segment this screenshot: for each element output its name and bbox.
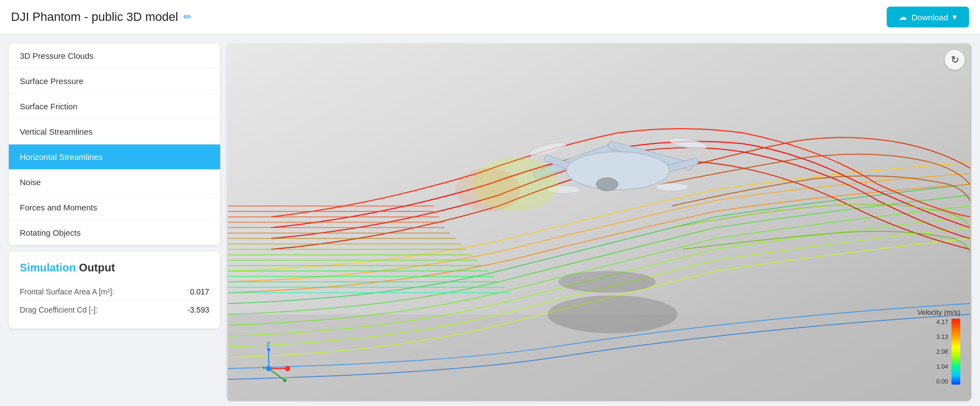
legend-value-2: 2.08 <box>937 348 948 355</box>
left-panel: 3D Pressure Clouds Surface Pressure Surf… <box>9 43 220 401</box>
frontal-area-value: 0.017 <box>190 287 209 296</box>
legend-title: Velocity (m/s) <box>917 308 960 316</box>
download-label: Download <box>911 13 948 22</box>
svg-point-22 <box>285 366 290 371</box>
legend-value-max: 4.17 <box>937 319 948 325</box>
svg-point-13 <box>558 271 656 292</box>
legend-value-3: 1.04 <box>937 363 948 370</box>
svg-text:Y: Y <box>262 365 266 371</box>
page-title: DJI Phantom - public 3D model ✏ <box>11 10 192 24</box>
viewer-panel[interactable]: Z Y ↻ Velocity (m/s) <box>227 43 971 401</box>
reset-icon: ↻ <box>951 54 959 66</box>
simulation-label: Simulation <box>20 262 76 274</box>
svg-point-16 <box>456 168 520 212</box>
svg-point-8 <box>596 178 618 191</box>
sidebar-item-vertical-streamlines[interactable]: Vertical Streamlines <box>9 119 220 144</box>
legend-color-bar <box>951 319 960 385</box>
header: DJI Phantom - public 3D model ✏ ☁ Downlo… <box>0 0 980 35</box>
sidebar-item-3d-pressure-clouds[interactable]: 3D Pressure Clouds <box>9 43 220 69</box>
color-legend: Velocity (m/s) 4.17 3.13 2.08 1.04 0.00 <box>917 308 960 385</box>
svg-point-21 <box>266 366 271 371</box>
legend-value-min: 0.00 <box>937 378 948 385</box>
sidebar-item-forces-and-moments[interactable]: Forces and Moments <box>9 195 220 220</box>
download-chevron-icon: ▾ <box>953 12 957 22</box>
simulation-output-card: Simulation Output Frontal Surface Area A… <box>9 252 220 329</box>
svg-point-14 <box>547 296 677 333</box>
drag-coefficient-label: Drag Coefficient Cd [-]: <box>20 305 98 314</box>
output-label: Output <box>79 262 115 274</box>
download-button[interactable]: ☁ Download ▾ <box>887 7 969 27</box>
svg-point-24 <box>283 379 287 382</box>
edit-icon[interactable]: ✏ <box>183 11 192 23</box>
sim-row-drag-coefficient: Drag Coefficient Cd [-]: -3.593 <box>20 301 209 319</box>
main-content: 3D Pressure Clouds Surface Pressure Surf… <box>0 35 980 406</box>
legend-bar-container: 4.17 3.13 2.08 1.04 0.00 <box>937 319 960 385</box>
svg-text:Z: Z <box>266 341 270 348</box>
download-cloud-icon: ☁ <box>899 12 907 22</box>
sidebar-item-horizontal-streamlines[interactable]: Horizontal Streamlines <box>9 144 220 170</box>
legend-value-1: 3.13 <box>937 333 948 340</box>
svg-point-23 <box>267 348 270 351</box>
frontal-area-label: Frontal Surface Area A [m²]: <box>20 287 114 296</box>
sidebar-item-rotating-objects[interactable]: Rotating Objects <box>9 220 220 245</box>
sidebar-item-noise[interactable]: Noise <box>9 170 220 195</box>
sim-row-frontal-area: Frontal Surface Area A [m²]: 0.017 <box>20 283 209 301</box>
nav-card: 3D Pressure Clouds Surface Pressure Surf… <box>9 43 220 245</box>
streamlines-visualization: Z Y <box>227 43 971 401</box>
title-text: DJI Phantom - public 3D model <box>11 10 178 24</box>
reset-view-button[interactable]: ↻ <box>945 50 965 70</box>
simulation-output-title: Simulation Output <box>20 262 209 274</box>
drag-coefficient-value: -3.593 <box>187 305 209 314</box>
svg-point-12 <box>656 183 688 191</box>
sidebar-item-surface-pressure[interactable]: Surface Pressure <box>9 69 220 94</box>
sidebar-item-surface-friction[interactable]: Surface Friction <box>9 94 220 119</box>
viewer-background: Z Y ↻ Velocity (m/s) <box>227 43 971 401</box>
legend-labels: 4.17 3.13 2.08 1.04 0.00 <box>937 319 948 385</box>
